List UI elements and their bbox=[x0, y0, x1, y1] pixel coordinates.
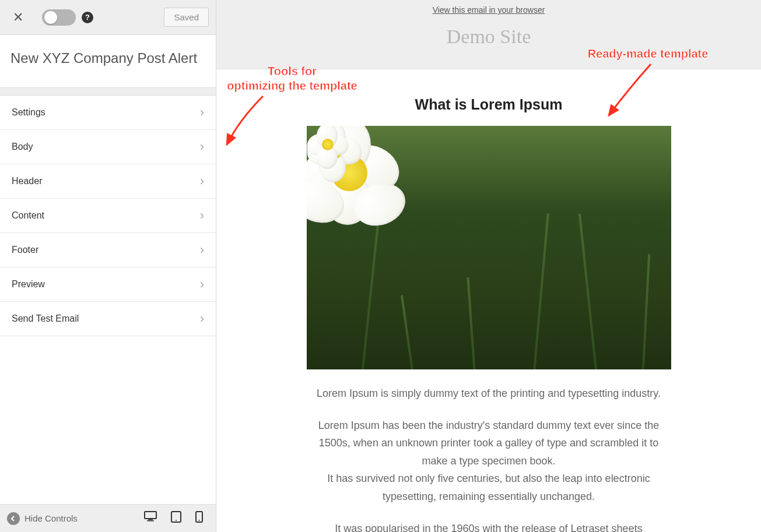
email-paragraph: Lorem Ipsum is simply dummy text of the … bbox=[307, 385, 671, 403]
tablet-icon[interactable] bbox=[171, 511, 181, 526]
page-title: New XYZ Company Post Alert bbox=[0, 35, 216, 87]
featured-image bbox=[307, 126, 671, 369]
menu-item-label: Send Test Email bbox=[12, 313, 79, 324]
menu-item-body[interactable]: Body › bbox=[0, 130, 216, 164]
chevron-right-icon: › bbox=[200, 209, 204, 222]
customizer-sidebar: ✕ ? Saved New XYZ Company Post Alert Set… bbox=[0, 0, 216, 532]
menu-item-send-test[interactable]: Send Test Email › bbox=[0, 302, 216, 336]
email-body: What is Lorem Ipsum bbox=[307, 69, 671, 532]
device-switcher bbox=[144, 511, 209, 526]
menu-item-settings[interactable]: Settings › bbox=[0, 96, 216, 130]
email-preview-pane[interactable]: View this email in your browser Demo Sit… bbox=[216, 0, 761, 532]
chevron-right-icon: › bbox=[200, 106, 204, 119]
close-icon[interactable]: ✕ bbox=[7, 6, 29, 29]
menu-item-label: Header bbox=[12, 176, 42, 186]
sidebar-bottombar: Hide Controls bbox=[0, 504, 216, 532]
email-header: View this email in your browser Demo Sit… bbox=[216, 0, 761, 69]
chevron-right-icon: › bbox=[200, 244, 204, 256]
email-paragraph: It was popularised in the 1960s with the… bbox=[307, 520, 671, 532]
menu-item-preview[interactable]: Preview › bbox=[0, 267, 216, 302]
view-in-browser-link[interactable]: View this email in your browser bbox=[433, 5, 545, 15]
mobile-icon[interactable] bbox=[195, 511, 203, 526]
help-icon[interactable]: ? bbox=[82, 12, 93, 23]
chevron-left-icon bbox=[7, 512, 20, 525]
menu-item-label: Body bbox=[12, 142, 33, 152]
menu-item-content[interactable]: Content › bbox=[0, 199, 216, 233]
settings-menu: Settings › Body › Header › Content › Foo… bbox=[0, 96, 216, 504]
divider bbox=[0, 87, 216, 96]
chevron-right-icon: › bbox=[200, 312, 204, 325]
menu-item-footer[interactable]: Footer › bbox=[0, 233, 216, 267]
menu-item-label: Content bbox=[12, 210, 44, 221]
email-paragraph: Lorem Ipsum has been the industry's stan… bbox=[307, 417, 671, 506]
hide-controls-button[interactable]: Hide Controls bbox=[7, 512, 78, 525]
svg-rect-1 bbox=[148, 519, 153, 520]
sidebar-topbar: ✕ ? Saved bbox=[0, 0, 216, 35]
menu-item-label: Settings bbox=[12, 107, 45, 118]
menu-item-label: Preview bbox=[12, 279, 45, 290]
svg-rect-0 bbox=[145, 512, 156, 519]
hide-controls-label: Hide Controls bbox=[24, 513, 78, 523]
chevron-right-icon: › bbox=[200, 140, 204, 153]
enable-toggle[interactable] bbox=[42, 9, 76, 26]
save-button[interactable]: Saved bbox=[164, 8, 209, 27]
svg-point-4 bbox=[176, 520, 177, 521]
menu-item-label: Footer bbox=[12, 245, 38, 255]
desktop-icon[interactable] bbox=[144, 511, 157, 526]
menu-item-header[interactable]: Header › bbox=[0, 164, 216, 199]
site-title: Demo Site bbox=[216, 26, 761, 48]
chevron-right-icon: › bbox=[200, 175, 204, 188]
svg-rect-2 bbox=[147, 520, 154, 522]
post-title: What is Lorem Ipsum bbox=[307, 96, 671, 113]
svg-point-6 bbox=[199, 520, 200, 521]
annotation-arrow-icon bbox=[216, 87, 275, 157]
chevron-right-icon: › bbox=[200, 278, 204, 291]
